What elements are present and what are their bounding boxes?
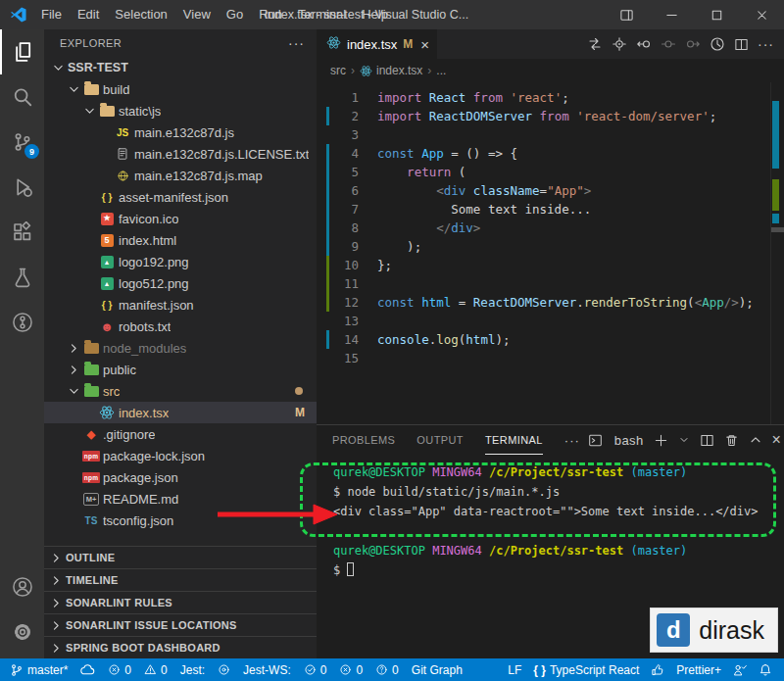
minimize-icon[interactable] bbox=[649, 0, 694, 29]
section-timeline[interactable]: TIMELINE bbox=[44, 568, 317, 591]
badge-count: 9 bbox=[24, 144, 39, 159]
tab-index-tsx[interactable]: index.tsx M × bbox=[317, 29, 437, 59]
chevron-right-icon[interactable] bbox=[66, 342, 81, 355]
activity-account[interactable] bbox=[0, 564, 44, 609]
line-number: 8 bbox=[329, 219, 359, 237]
tree-item-favicon-ico[interactable]: ★favicon.ico bbox=[44, 208, 317, 229]
tree-item-package-json[interactable]: npmpackage.json bbox=[44, 466, 317, 488]
more-icon[interactable]: ··· bbox=[758, 36, 774, 52]
status-feedback-thumb[interactable] bbox=[651, 663, 664, 677]
shell-label[interactable]: bash bbox=[614, 433, 644, 448]
tree-item-main-e132c87d-js-license-txt[interactable]: main.e132c87d.js.LICENSE.txt bbox=[44, 143, 317, 165]
menu-view[interactable]: View bbox=[175, 0, 219, 29]
tree-item-build[interactable]: build bbox=[44, 78, 317, 100]
split-editor-icon[interactable] bbox=[700, 433, 714, 448]
tree-item-node-modules[interactable]: node_modules bbox=[44, 337, 317, 359]
tree-item-tsconfig-json[interactable]: TStsconfig.json bbox=[44, 510, 317, 531]
status-jest-ws-label[interactable]: Jest-WS: bbox=[243, 663, 291, 677]
status-jest-ws-pass[interactable]: 0 bbox=[304, 663, 327, 677]
menu-selection[interactable]: Selection bbox=[107, 0, 174, 29]
section-sonarlint-issue-locations[interactable]: SONARLINT ISSUE LOCATIONS bbox=[44, 613, 317, 636]
chevron-right-icon[interactable] bbox=[66, 364, 81, 376]
status-bar: master*00Jest:Jest-WS:000Git Graph LF{ }… bbox=[0, 658, 784, 681]
tree-item-index-html[interactable]: 5index.html bbox=[44, 229, 317, 251]
activity-run-debug[interactable] bbox=[0, 165, 44, 210]
close-icon[interactable] bbox=[739, 0, 784, 29]
split-editor-icon[interactable] bbox=[734, 37, 749, 52]
status-prettier[interactable]: Prettier+ bbox=[676, 663, 721, 677]
tree-item-logo512-png[interactable]: ▲logo512.png bbox=[44, 272, 317, 294]
chevron-down-icon[interactable] bbox=[50, 62, 66, 74]
trash-icon[interactable] bbox=[724, 433, 739, 448]
explorer-more-button[interactable]: ··· bbox=[288, 35, 305, 51]
section-sonarlint-rules[interactable]: SONARLINT RULES bbox=[44, 591, 317, 613]
status-feedback[interactable] bbox=[733, 663, 747, 677]
status-jest-ws-unknown[interactable]: 0 bbox=[375, 663, 399, 677]
menu-go[interactable]: Go bbox=[219, 0, 251, 29]
maximize-icon[interactable] bbox=[694, 0, 739, 29]
tree-item-label: .gitignore bbox=[103, 427, 155, 442]
chevron-down-icon[interactable] bbox=[66, 385, 81, 398]
code-line: 7 Some text inside... bbox=[317, 200, 784, 219]
breadcrumb-item--[interactable]: ... bbox=[436, 64, 446, 77]
status-git-graph[interactable]: Git Graph bbox=[412, 663, 463, 677]
panel-tab-output[interactable]: OUTPUT bbox=[416, 425, 464, 455]
breadcrumb-item-src[interactable]: src bbox=[330, 64, 346, 77]
goto-target-icon[interactable] bbox=[612, 36, 627, 52]
run-clock-icon[interactable] bbox=[710, 36, 725, 52]
tree-item-src[interactable]: src bbox=[44, 380, 317, 402]
dot-circle-icon[interactable] bbox=[661, 36, 676, 52]
tree-item-logo192-png[interactable]: ▲logo192.png bbox=[44, 251, 317, 272]
activity-source-control[interactable]: 9 bbox=[0, 120, 44, 165]
panel-tab-terminal[interactable]: TERMINAL bbox=[485, 425, 543, 455]
status-warnings[interactable]: 0 bbox=[144, 663, 168, 677]
tree-item-main-e132c87d-js[interactable]: JSmain.e132c87d.js bbox=[44, 122, 317, 143]
plus-icon[interactable] bbox=[654, 433, 668, 448]
activity-git-graph[interactable] bbox=[0, 300, 44, 345]
activity-explorer[interactable] bbox=[0, 29, 44, 74]
tree-item-robots-txt[interactable]: ☻robots.txt bbox=[44, 316, 317, 337]
tree-item-ssr-test[interactable]: SSR-TEST bbox=[44, 57, 317, 78]
compare-changes-icon[interactable] bbox=[587, 36, 603, 52]
tree-item-readme-md[interactable]: M+README.md bbox=[44, 488, 317, 510]
status-jest-ws-fail[interactable]: 0 bbox=[339, 663, 363, 677]
activity-testing[interactable] bbox=[0, 255, 44, 300]
dropdown-chevron-icon[interactable] bbox=[678, 434, 690, 446]
chevron-down-icon[interactable] bbox=[81, 105, 97, 118]
status-git-branch[interactable]: master* bbox=[10, 663, 68, 677]
breadcrumb-item-index-tsx[interactable]: index.tsx bbox=[360, 64, 422, 77]
status-language[interactable]: { }TypeScript React bbox=[533, 663, 639, 677]
tree-item-main-e132c87d-js-map[interactable]: main.e132c87d.js.map bbox=[44, 165, 317, 186]
back-circle-icon[interactable] bbox=[636, 36, 652, 52]
menu-file[interactable]: File bbox=[33, 0, 70, 29]
activity-search[interactable] bbox=[0, 74, 44, 120]
code-editor[interactable]: 1import React from 'react';2import React… bbox=[317, 82, 784, 424]
tree-item-index-tsx[interactable]: index.tsxM bbox=[44, 402, 317, 423]
close-icon[interactable]: × bbox=[772, 431, 782, 449]
tree-item-asset-manifest-json[interactable]: { }asset-manifest.json bbox=[44, 186, 317, 208]
status-notifications[interactable] bbox=[759, 663, 772, 677]
tab-close-icon[interactable]: × bbox=[420, 36, 429, 53]
tree-item-public[interactable]: public bbox=[44, 359, 317, 380]
section-spring-boot-dashboard[interactable]: SPRING BOOT DASHBOARD bbox=[44, 636, 317, 658]
panel-tab-problems[interactable]: PROBLEMS bbox=[332, 425, 395, 455]
overview-ruler[interactable] bbox=[770, 82, 784, 424]
tree-item-static-js[interactable]: static\js bbox=[44, 100, 317, 122]
status-jest-watch[interactable] bbox=[218, 663, 230, 676]
section-outline[interactable]: OUTLINE bbox=[44, 546, 317, 568]
activity-settings[interactable] bbox=[0, 609, 44, 655]
status-jest-label[interactable]: Jest: bbox=[180, 663, 205, 677]
activity-extensions[interactable] bbox=[0, 210, 44, 255]
forward-circle-icon[interactable] bbox=[685, 36, 701, 52]
chevron-down-icon[interactable] bbox=[66, 83, 81, 96]
tree-item-manifest-json[interactable]: { }manifest.json bbox=[44, 294, 317, 316]
react-icon bbox=[326, 35, 341, 53]
status-errors[interactable]: 0 bbox=[108, 663, 131, 677]
tree-item--gitignore[interactable]: ◆.gitignore bbox=[44, 423, 317, 445]
chevron-up-icon[interactable] bbox=[749, 433, 762, 447]
status-eol[interactable]: LF bbox=[508, 663, 521, 677]
status-publish[interactable] bbox=[80, 662, 95, 677]
tree-item-package-lock-json[interactable]: npmpackage-lock.json bbox=[44, 445, 317, 466]
menu-edit[interactable]: Edit bbox=[70, 0, 107, 29]
panel-more-button[interactable]: ··· bbox=[564, 433, 580, 448]
